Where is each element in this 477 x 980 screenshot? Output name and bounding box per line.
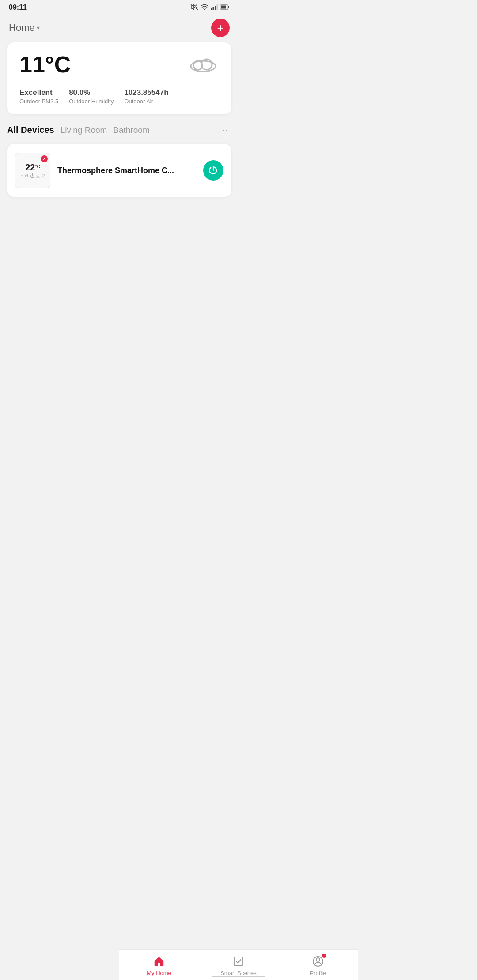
power-button[interactable]: [203, 160, 223, 181]
svg-rect-3: [213, 7, 214, 10]
air-quality-value: 1023.85547h: [124, 88, 168, 97]
status-time: 09:11: [9, 4, 27, 11]
device-section: 22°C ○ ↺ ⏻ △ ▽ Thermosphere SmartHome C.…: [0, 144, 238, 197]
device-thumb-icons: ○ ↺ ⏻ △ ▽: [20, 173, 45, 178]
device-name: Thermosphere SmartHome C...: [57, 166, 196, 175]
header: Home ▾ +: [0, 14, 238, 42]
power-small-icon: ⏻: [30, 173, 34, 178]
air-quality-label: Outdoor Air: [124, 98, 168, 105]
svg-rect-4: [215, 6, 216, 10]
home-title-text: Home: [9, 22, 35, 34]
pm25-value: Excellent: [19, 88, 58, 97]
status-icons: [190, 4, 230, 11]
device-thumbnail: 22°C ○ ↺ ⏻ △ ▽: [15, 153, 50, 188]
tabs-bar: All Devices Living Room Bathroom ···: [0, 122, 238, 138]
humidity-label: Outdoor Humidity: [69, 98, 114, 105]
wifi-icon: [201, 4, 208, 11]
weather-temperature: 11°C: [19, 53, 71, 76]
down-icon: ▽: [42, 173, 45, 178]
chevron-down-icon: ▾: [37, 24, 40, 31]
pm25-label: Outdoor PM2.5: [19, 98, 58, 105]
pm25-stat: Excellent Outdoor PM2.5: [19, 88, 58, 105]
device-card[interactable]: 22°C ○ ↺ ⏻ △ ▽ Thermosphere SmartHome C.…: [7, 144, 231, 197]
humidity-value: 80.0%: [69, 88, 114, 97]
tab-living-room[interactable]: Living Room: [61, 123, 114, 138]
svg-rect-5: [217, 4, 218, 10]
status-bar: 09:11: [0, 0, 238, 14]
svg-rect-2: [211, 8, 212, 10]
air-quality-stat: 1023.85547h Outdoor Air: [124, 88, 168, 105]
up-icon: △: [36, 173, 40, 178]
refresh-icon: ↺: [25, 173, 28, 178]
weather-card: 11°C Excellent Outdoor PM2.5 80.0% Outdo…: [7, 42, 231, 114]
cloud-icon: [187, 53, 219, 74]
header-title[interactable]: Home ▾: [9, 22, 40, 34]
tab-all-devices[interactable]: All Devices: [7, 122, 61, 138]
humidity-stat: 80.0% Outdoor Humidity: [69, 88, 114, 105]
mode-icon: ○: [20, 173, 23, 178]
add-device-button[interactable]: +: [211, 19, 230, 37]
battery-icon: [220, 4, 230, 11]
signal-icon: [211, 4, 218, 11]
device-temp-display: 22°C: [25, 163, 40, 172]
mute-icon: [190, 4, 198, 11]
tab-bathroom[interactable]: Bathroom: [113, 123, 155, 138]
power-icon: [208, 165, 219, 176]
edit-dot: [41, 155, 48, 162]
more-tabs-button[interactable]: ···: [216, 123, 231, 137]
svg-rect-7: [221, 5, 226, 8]
weather-stats: Excellent Outdoor PM2.5 80.0% Outdoor Hu…: [19, 88, 219, 105]
svg-point-1: [204, 9, 205, 10]
weather-top: 11°C: [19, 53, 219, 76]
